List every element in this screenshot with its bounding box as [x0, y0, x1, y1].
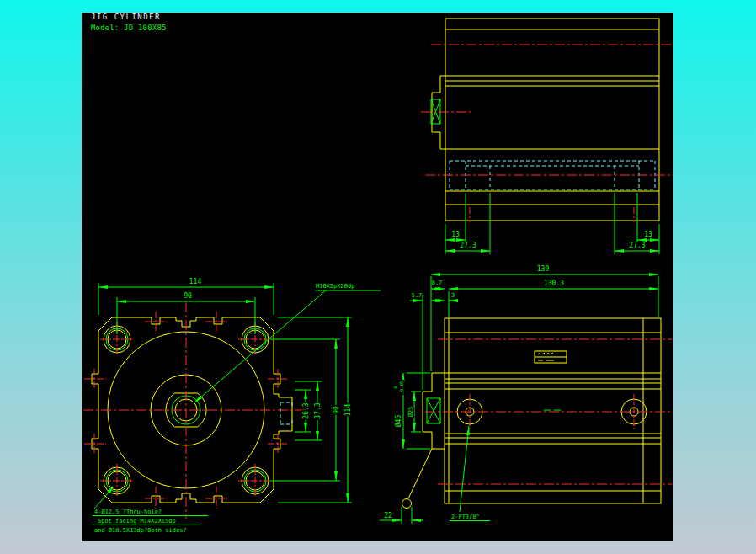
- dim-label-groove-left-offset: 27.3: [460, 242, 476, 249]
- dim-label-rod-protrusion: 5.7: [412, 292, 423, 299]
- dim-label-overall-length: 139: [537, 265, 550, 273]
- dim-label-bolt-spacing: 90: [184, 292, 192, 300]
- dim-label-boss-length: 8.7: [432, 280, 443, 286]
- dim-label-boss-tol-upper: 0: [393, 386, 398, 388]
- dim-label-cap-step: 3: [451, 292, 455, 299]
- dim-label-slot-outer: 37.3: [314, 402, 322, 418]
- dim-label-boss-tol-lower: -0.05: [399, 381, 404, 395]
- dim-label-rod-dia: Ø25: [407, 407, 414, 418]
- dim-label-groove-left-width: 13: [451, 231, 460, 238]
- dim-label-groove-right-offset: 27.3: [629, 242, 645, 249]
- dim-label-boss-dia: Ø45: [394, 415, 402, 428]
- dim-label-body-width: 114: [189, 278, 202, 285]
- mount-note-line3: and Ø18.5X13dp?Both sides?: [94, 527, 187, 534]
- dim-label-rod-flat: 22: [384, 512, 392, 519]
- drawing-canvas[interactable]: [82, 13, 673, 541]
- dim-label-body-length: 130.3: [544, 280, 564, 287]
- thread-callout-label: M16X2pX20dp: [316, 283, 354, 290]
- model-label: Model: JD 100X85: [91, 24, 167, 32]
- dim-label-slot-inner: 26.3: [302, 402, 310, 418]
- mount-note-line2: Spot facing M14X2X15dp: [98, 518, 176, 525]
- product-title: JIG CYLINDER: [91, 13, 161, 21]
- dim-label-body-height: 114: [344, 404, 352, 417]
- dim-label-groove-right-width: 13: [644, 231, 652, 238]
- port-callout-label: 2-PT3/8": [451, 514, 480, 520]
- dim-label-bolt-spacing-v: 90: [333, 406, 340, 414]
- cad-viewport: JIG CYLINDER Model: JD 100X85 13 27.3 13…: [0, 0, 756, 554]
- mount-note-line1: 4-Ø12.5 ?Thru-hole?: [94, 509, 162, 515]
